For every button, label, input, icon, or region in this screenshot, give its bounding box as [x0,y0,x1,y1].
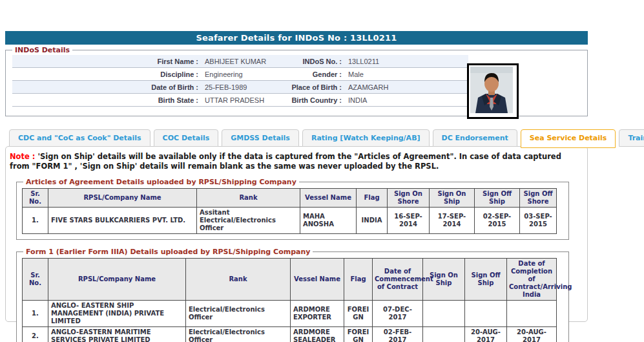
col-company: RPSL/Company Name [48,259,186,301]
table-row: 1. FIVE STARS BULKCARRIERS PVT. LTD. Ass… [23,208,557,234]
tab-sea-service-details[interactable]: Sea Service Details [521,129,616,148]
col-sign-on-shore: Sign On Shore [388,189,430,208]
indos-info-rows: First Name : ABHIJEET KUMAR INDoS No. : … [12,55,468,107]
cell-sign-off-ship: 02-SEP-2015 [475,208,520,234]
cell-commencement-date: 02-FEB-2017 [373,327,423,342]
cell-company: ANGLO- EASTERN SHIP MANAGEMENT (INDIA) P… [48,301,186,327]
place-of-birth-value: AZAMGARH [342,83,468,91]
seafarer-photo [467,63,519,119]
gender-label: Gender : [282,70,342,78]
tab-gmdss-details[interactable]: GMDSS Details [222,129,299,147]
note-prefix: Note : [10,152,35,161]
gender-value: Male [342,70,468,78]
form1-legend: Form 1 (Earlier Form IIIA) Details uploa… [23,248,313,256]
page-title: Seafarer Details for INDoS No : 13LL0211 [5,31,588,45]
cell-flag: INDIA [357,208,388,234]
cell-commencement-date: 07-DEC-2017 [373,301,423,327]
first-name-label: First Name : [12,58,198,65]
seafarer-photo-image [470,67,513,113]
form1-table: Sr. No. RPSL/Company Name Rank Vessel Na… [22,258,557,342]
birth-country-label: Birth Country : [282,96,342,104]
cell-sign-off-ship: 20-AUG-2017 [465,327,507,342]
articles-of-agreement-table: Sr. No. RPSL/Company Name Rank Vessel Na… [22,188,557,234]
cell-sign-on-shore: 16-SEP-2014 [388,208,430,234]
col-company: RPSL/Company Name [48,189,197,208]
first-name-value: ABHIJEET KUMAR [198,58,282,65]
info-row-state: Birth State : UTTAR PRADESH Birth Countr… [12,94,468,107]
cell-flag: FOREIGN [344,301,373,327]
cell-sign-on-ship: 17-SEP-2014 [430,208,475,234]
note-text: Note : 'Sign on Ship' details will be av… [10,152,579,171]
col-sr-no: Sr. No. [23,259,48,301]
col-completion-date: Date of Completion of Contract/Arriving … [507,259,557,301]
col-sign-off-ship: Sign Off Ship [465,259,507,301]
tab-cdc-coc-as-cook[interactable]: CDC and "CoC as Cook" Details [9,129,151,147]
tab-training-details[interactable]: Training Details [619,129,644,147]
col-flag: Flag [357,189,388,208]
cell-flag: FOREIGN [344,327,373,342]
info-row-birth: Date of Birth : 25-FEB-1989 Place of Bir… [12,81,468,94]
articles-of-agreement-legend: Articles of Agreement Details uploaded b… [23,178,299,186]
cell-completion-date: 20-AUG-2017 [507,327,557,342]
table-header-row: Sr. No. RPSL/Company Name Rank Vessel Na… [23,259,557,301]
discipline-value: Engineering [198,70,282,78]
col-vessel: Vessel Name [300,189,357,208]
tab-coc-details[interactable]: COC Details [154,129,219,147]
indos-no-label: INDoS No. : [282,58,342,65]
cell-sr-no: 1. [23,301,48,327]
col-sign-off-shore: Sign Off Shore [520,189,557,208]
place-of-birth-label: Place of Birth : [282,83,342,91]
col-flag: Flag [344,259,373,301]
date-of-birth-value: 25-FEB-1989 [198,83,282,91]
cell-sign-off-ship [465,301,507,327]
birth-state-value: UTTAR PRADESH [198,96,282,104]
cell-vessel: ARDMORE SEALEADER [291,327,344,342]
tab-dc-endorsement[interactable]: DC Endorsement [433,129,517,147]
tab-rating-watch-keeping[interactable]: Rating [Watch Keeping/AB] [302,129,430,147]
info-row-name: First Name : ABHIJEET KUMAR INDoS No. : … [12,55,468,68]
indos-details-legend: INDoS Details [12,46,72,54]
cell-rank: Electrical/Electronics Officer [186,327,291,342]
date-of-birth-label: Date of Birth : [12,83,198,91]
col-rank: Rank [197,189,300,208]
indos-details-section: INDoS Details First Name : ABHIJEET KUMA… [5,46,588,116]
articles-of-agreement-section: Articles of Agreement Details uploaded b… [16,178,569,240]
cell-sr-no: 2. [23,327,48,342]
indos-no-value: 13LL0211 [342,58,468,65]
info-row-discipline: Discipline : Engineering Gender : Male [12,68,468,81]
table-row: 2. ANGLO-EASTERN MARITIME SERVICES PRIVA… [23,327,557,342]
cell-completion-date [507,301,557,327]
col-sr-no: Sr. No. [23,189,48,208]
note-body: 'Sign on Ship' details will be available… [10,152,561,171]
form1-section: Form 1 (Earlier Form IIIA) Details uploa… [16,248,569,342]
table-header-row: Sr. No. RPSL/Company Name Rank Vessel Na… [23,189,557,208]
discipline-label: Discipline : [12,70,198,78]
birth-country-value: INDIA [342,96,468,104]
cell-rank: Electrical/Electronics Officer [186,301,291,327]
col-commencement-date: Date of Commencement of Contract [373,259,423,301]
detail-tabs: CDC and "CoC as Cook" Details COC Detail… [9,129,644,148]
cell-rank: Assitant Electrical/Electronics Officer [197,208,300,234]
col-rank: Rank [186,259,291,301]
cell-company: ANGLO-EASTERN MARITIME SERVICES PRIVATE … [48,327,186,342]
cell-sign-on-ship [423,327,465,342]
cell-vessel: ARDMORE EXPORTER [291,301,344,327]
cell-sign-on-ship [423,301,465,327]
table-row: 1. ANGLO- EASTERN SHIP MANAGEMENT (INDIA… [23,301,557,327]
birth-state-label: Birth State : [12,96,198,104]
cell-vessel: MAHA ANOSHA [300,208,357,234]
cell-company: FIVE STARS BULKCARRIERS PVT. LTD. [48,208,197,234]
col-sign-off-ship: Sign Off Ship [475,189,520,208]
col-sign-on-ship: Sign On Ship [430,189,475,208]
cell-sr-no: 1. [23,208,48,234]
cell-sign-off-shore: 03-SEP-2015 [520,208,557,234]
col-vessel: Vessel Name [291,259,344,301]
sea-service-panel: Note : 'Sign on Ship' details will be av… [5,146,588,322]
